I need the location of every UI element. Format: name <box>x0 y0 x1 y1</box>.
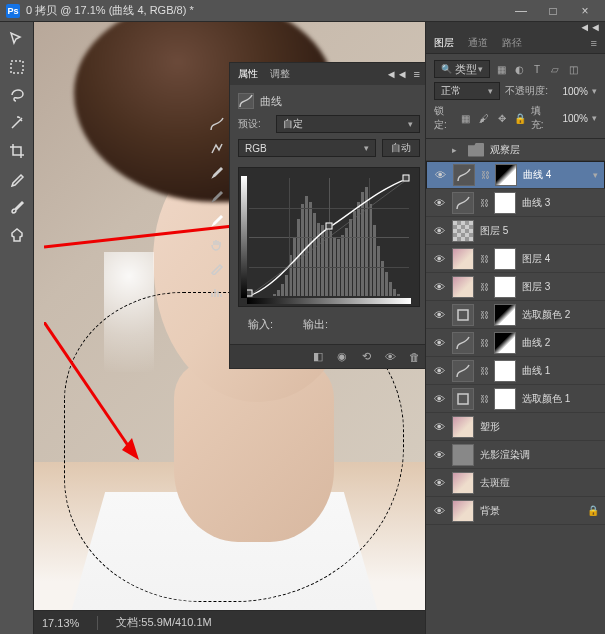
lasso-tool[interactable] <box>6 84 28 106</box>
app-icon: Ps <box>6 4 20 18</box>
point-mode-icon[interactable] <box>208 139 226 157</box>
minimize-button[interactable]: — <box>507 2 535 20</box>
adjustment-thumb <box>452 388 474 410</box>
eyedropper-white-icon[interactable] <box>208 211 226 229</box>
tab-properties[interactable]: 属性 <box>238 63 258 85</box>
pencil-mode-icon[interactable] <box>208 259 226 277</box>
opacity-chevron-icon[interactable]: ▾ <box>592 86 597 96</box>
auto-button[interactable]: 自动 <box>382 139 420 157</box>
mask-thumb[interactable] <box>494 332 516 354</box>
mask-thumb[interactable] <box>494 276 516 298</box>
tab-layers[interactable]: 图层 <box>434 36 454 50</box>
wand-tool[interactable] <box>6 112 28 134</box>
panel-collapse-icon[interactable]: ◄◄ <box>386 68 408 80</box>
tab-channels[interactable]: 通道 <box>468 36 488 50</box>
visibility-toggle[interactable]: 👁 <box>432 476 446 490</box>
lock-all-icon[interactable]: 🔒 <box>513 111 527 125</box>
eyedropper-grey-icon[interactable] <box>208 187 226 205</box>
visibility-toggle[interactable]: 👁 <box>432 504 446 518</box>
mask-thumb[interactable] <box>494 388 516 410</box>
layers-list[interactable]: ▸ 观察层 👁 ⛓ 曲线 4 👁 ⛓ 曲线 3 <box>426 139 605 634</box>
visibility-toggle[interactable] <box>432 143 446 157</box>
clip-to-layer-icon[interactable]: ◧ <box>310 349 326 365</box>
mask-thumb[interactable] <box>494 248 516 270</box>
layer-4[interactable]: 👁 ⛓ 图层 4 <box>426 245 605 273</box>
input-label: 输入: <box>248 317 273 332</box>
layer-curves-1[interactable]: 👁 ⛓ 曲线 1 <box>426 357 605 385</box>
delete-adjustment-icon[interactable]: 🗑 <box>406 349 422 365</box>
layers-menu-icon[interactable]: ≡ <box>591 37 597 49</box>
panel-menu-icon[interactable]: ≡ <box>414 68 420 80</box>
layer-lighting[interactable]: 👁 光影渲染调 <box>426 441 605 469</box>
layer-selective-color-2[interactable]: 👁 ⛓ 选取颜色 2 <box>426 301 605 329</box>
layer-retouch[interactable]: 👁 去斑痘 <box>426 469 605 497</box>
layer-thumb <box>452 416 474 438</box>
visibility-toggle[interactable]: 👁 <box>432 392 446 406</box>
filter-adjust-icon[interactable]: ◐ <box>512 62 526 76</box>
layer-curves-4[interactable]: 👁 ⛓ 曲线 4 <box>426 161 605 189</box>
tab-paths[interactable]: 路径 <box>502 36 522 50</box>
lock-transparent-icon[interactable]: ▦ <box>459 111 473 125</box>
opacity-value[interactable]: 100% <box>552 86 588 97</box>
clone-tool[interactable] <box>6 224 28 246</box>
fill-chevron-icon[interactable]: ▾ <box>592 113 597 123</box>
layer-curves-3[interactable]: 👁 ⛓ 曲线 3 <box>426 189 605 217</box>
curves-mode-icon[interactable] <box>208 115 226 133</box>
visibility-toggle[interactable]: 👁 <box>433 168 447 182</box>
maximize-button[interactable]: □ <box>539 2 567 20</box>
layer-5[interactable]: 👁 图层 5 <box>426 217 605 245</box>
properties-panel[interactable]: 属性 调整 ◄◄≡ 曲线 预设: 自定 RGB 自动 <box>229 62 425 369</box>
visibility-toggle[interactable]: 👁 <box>432 336 446 350</box>
histogram-icon[interactable] <box>208 283 226 301</box>
visibility-toggle[interactable]: 👁 <box>432 364 446 378</box>
tab-adjustments[interactable]: 调整 <box>270 63 290 85</box>
view-previous-icon[interactable]: ◉ <box>334 349 350 365</box>
filter-shape-icon[interactable]: ▱ <box>548 62 562 76</box>
mask-thumb[interactable] <box>495 164 517 186</box>
hand-adjust-icon[interactable] <box>208 235 226 253</box>
mask-thumb[interactable] <box>494 360 516 382</box>
curve-point-white[interactable] <box>403 175 410 182</box>
curves-graph[interactable] <box>238 167 420 307</box>
filter-smart-icon[interactable]: ◫ <box>566 62 580 76</box>
curve-point-mid[interactable] <box>326 222 333 229</box>
eyedropper-tool[interactable] <box>6 168 28 190</box>
layer-selective-color-1[interactable]: 👁 ⛓ 选取颜色 1 <box>426 385 605 413</box>
filter-kind-select[interactable]: 🔍 类型 <box>434 60 490 78</box>
lock-icon[interactable]: 🔒 <box>587 505 599 516</box>
filter-type-icon[interactable]: T <box>530 62 544 76</box>
lock-position-icon[interactable]: ✥ <box>495 111 509 125</box>
zoom-level[interactable]: 17.13% <box>42 617 79 629</box>
crop-tool[interactable] <box>6 140 28 162</box>
preset-select[interactable]: 自定 <box>276 115 420 133</box>
document-info[interactable]: 文档:55.9M/410.1M <box>116 615 211 630</box>
visibility-toggle[interactable]: 👁 <box>432 252 446 266</box>
blend-mode-select[interactable]: 正常 <box>434 82 500 100</box>
move-tool[interactable] <box>6 28 28 50</box>
marquee-tool[interactable] <box>6 56 28 78</box>
filter-pixel-icon[interactable]: ▦ <box>494 62 508 76</box>
eyedropper-bw-icon[interactable] <box>208 163 226 181</box>
fill-value[interactable]: 100% <box>555 113 588 124</box>
mask-thumb[interactable] <box>494 192 516 214</box>
layer-3[interactable]: 👁 ⛓ 图层 3 <box>426 273 605 301</box>
brush-tool[interactable] <box>6 196 28 218</box>
layer-curves-2[interactable]: 👁 ⛓ 曲线 2 <box>426 329 605 357</box>
toggle-visibility-icon[interactable]: 👁 <box>382 349 398 365</box>
visibility-toggle[interactable]: 👁 <box>432 280 446 294</box>
visibility-toggle[interactable]: 👁 <box>432 196 446 210</box>
layer-group[interactable]: ▸ 观察层 <box>426 139 605 161</box>
layer-background[interactable]: 👁 背景 🔒 <box>426 497 605 525</box>
layer-shaping[interactable]: 👁 塑形 <box>426 413 605 441</box>
channel-select[interactable]: RGB <box>238 139 376 157</box>
visibility-toggle[interactable]: 👁 <box>432 308 446 322</box>
close-button[interactable]: × <box>571 2 599 20</box>
reset-icon[interactable]: ⟲ <box>358 349 374 365</box>
visibility-toggle[interactable]: 👁 <box>432 420 446 434</box>
toolbar <box>0 22 34 634</box>
expand-icon[interactable]: ▸ <box>452 145 462 155</box>
lock-pixels-icon[interactable]: 🖌 <box>477 111 491 125</box>
visibility-toggle[interactable]: 👁 <box>432 224 446 238</box>
mask-thumb[interactable] <box>494 304 516 326</box>
visibility-toggle[interactable]: 👁 <box>432 448 446 462</box>
